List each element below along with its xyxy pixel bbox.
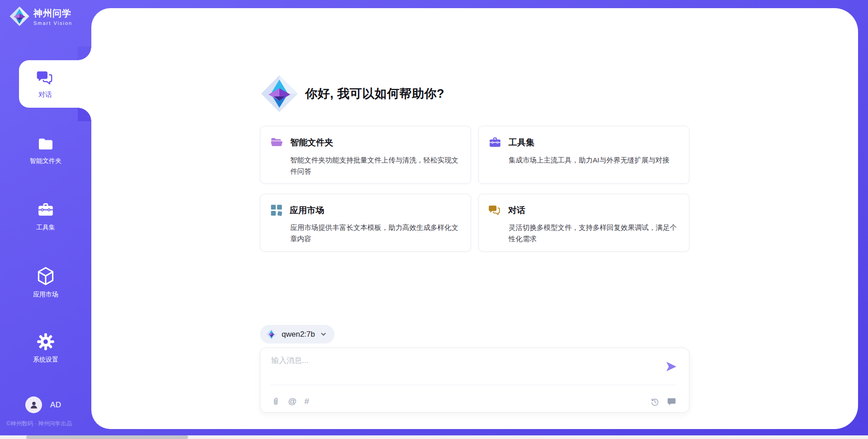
- folder-open-icon: [270, 136, 283, 149]
- folder-icon: [37, 135, 55, 153]
- horizontal-scrollbar[interactable]: [0, 435, 868, 439]
- feature-cards: 智能文件夹 智能文件夹功能支持批量文件上传与清洗，轻松实现文件问答 工具集 集成…: [260, 126, 689, 252]
- chat-icon: [488, 204, 501, 217]
- model-name: qwen2:7b: [282, 330, 315, 339]
- user-profile[interactable]: AD: [25, 396, 61, 413]
- card-head: 智能文件夹: [270, 136, 460, 149]
- send-button[interactable]: [665, 360, 678, 373]
- history-icon: [650, 397, 660, 406]
- sidebar-item-label: 工具集: [36, 224, 55, 232]
- sidebar: 神州问学 Smart Vision 对话 智能文件夹 工具集 应用市场 系统设置: [0, 0, 91, 439]
- feature-card-smart-folder[interactable]: 智能文件夹 智能文件夹功能支持批量文件上传与清洗，轻松实现文件问答: [260, 126, 471, 184]
- cube-icon: [36, 266, 56, 286]
- sidebar-item-label: 应用市场: [33, 291, 58, 299]
- card-title: 智能文件夹: [290, 137, 333, 148]
- model-logo-icon: [266, 329, 277, 340]
- toolbox-icon: [37, 201, 55, 219]
- composer-toolbar-right: [650, 397, 676, 406]
- feature-card-app-market[interactable]: 应用市场 应用市场提供丰富长文本模板，助力高效生成多样化文章内容: [260, 194, 471, 252]
- feature-card-chat[interactable]: 对话 灵活切换多模型文件，支持多样回复效果调试，满足个性化需求: [478, 194, 689, 252]
- attach-button[interactable]: [271, 396, 280, 406]
- sidebar-item-label: 系统设置: [33, 356, 58, 364]
- sidebar-item-toolset[interactable]: 工具集: [0, 201, 91, 232]
- sidebar-item-smart-folder[interactable]: 智能文件夹: [0, 135, 91, 165]
- model-selector[interactable]: qwen2:7b: [260, 325, 335, 344]
- composer-toolbar-left: @ #: [271, 396, 309, 406]
- brand-name: 神州问学: [33, 7, 72, 19]
- greeting: 你好, 我可以如何帮助你?: [260, 74, 444, 114]
- sidebar-item-system-settings[interactable]: 系统设置: [0, 332, 91, 364]
- person-icon: [28, 400, 39, 410]
- hashtag-button[interactable]: #: [304, 396, 309, 406]
- chat-icon: [36, 69, 54, 87]
- card-title: 对话: [508, 205, 525, 216]
- composer: @ #: [260, 348, 689, 413]
- gear-icon: [36, 332, 55, 351]
- grid-icon: [270, 204, 283, 217]
- copyright: ©神州数码 · 神州问学出品: [6, 420, 72, 428]
- brand-text: 神州问学 Smart Vision: [33, 7, 72, 26]
- card-description: 集成市场上主流工具，助力AI与外界无缝扩展与对接: [509, 154, 678, 166]
- sidebar-item-chat[interactable]: 对话: [19, 60, 91, 108]
- card-description: 智能文件夹功能支持批量文件上传与清洗，轻松实现文件问答: [290, 154, 460, 177]
- composer-toolbar: @ #: [271, 393, 676, 410]
- card-head: 应用市场: [270, 204, 460, 217]
- brand-logo-icon: [9, 6, 30, 27]
- scrollbar-thumb[interactable]: [26, 435, 188, 439]
- card-description: 灵活切换多模型文件，支持多样回复效果调试，满足个性化需求: [509, 222, 678, 244]
- main-content: 你好, 我可以如何帮助你? 智能文件夹 智能文件夹功能支持批量文件上传与清洗，轻…: [260, 8, 689, 429]
- sidebar-item-label: 对话: [38, 91, 52, 99]
- sidebar-item-label: 智能文件夹: [30, 157, 61, 165]
- message-input[interactable]: [271, 355, 656, 382]
- paperclip-icon: [271, 396, 280, 406]
- card-title: 工具集: [509, 137, 534, 148]
- feature-card-toolset[interactable]: 工具集 集成市场上主流工具，助力AI与外界无缝扩展与对接: [478, 126, 689, 184]
- at-icon: @: [288, 396, 297, 406]
- chevron-down-icon: [320, 330, 327, 338]
- card-head: 对话: [488, 204, 678, 217]
- card-description: 应用市场提供丰富长文本模板，助力高效生成多样化文章内容: [290, 222, 460, 244]
- hash-icon: #: [304, 396, 309, 406]
- conversation-button[interactable]: [667, 397, 676, 406]
- brand: 神州问学 Smart Vision: [9, 6, 72, 27]
- chat-bubble-icon: [667, 397, 676, 406]
- card-title: 应用市场: [290, 205, 324, 216]
- brand-subtitle: Smart Vision: [33, 20, 72, 26]
- composer-divider: [270, 385, 676, 385]
- main-panel: 你好, 我可以如何帮助你? 智能文件夹 智能文件夹功能支持批量文件上传与清洗，轻…: [91, 8, 858, 429]
- history-button[interactable]: [650, 397, 660, 406]
- avatar: [25, 396, 42, 413]
- sidebar-item-app-market[interactable]: 应用市场: [0, 266, 91, 299]
- greeting-title: 你好, 我可以如何帮助你?: [305, 86, 444, 102]
- send-icon: [665, 360, 678, 373]
- toolbox-icon: [488, 136, 502, 149]
- assistant-logo-icon: [260, 74, 299, 114]
- mention-button[interactable]: @: [288, 396, 297, 406]
- card-head: 工具集: [488, 136, 678, 149]
- user-initials: AD: [50, 401, 61, 410]
